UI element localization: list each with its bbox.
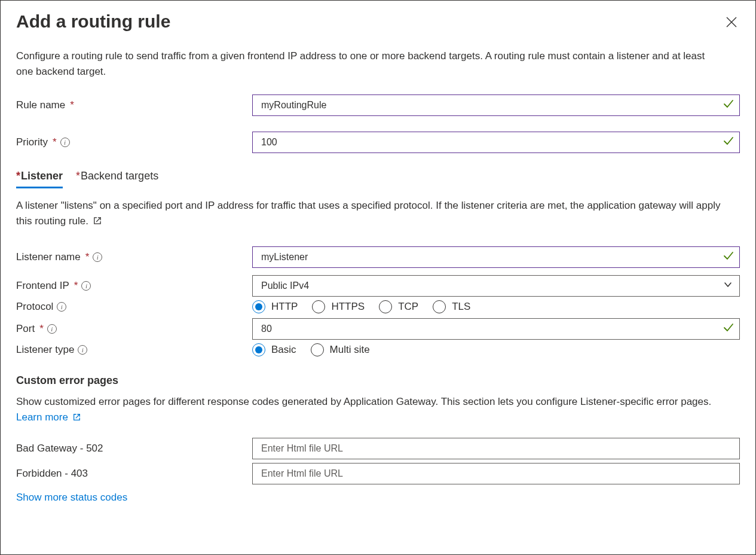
protocol-row: Protocol i HTTP HTTPS TCP TLS (16, 300, 740, 313)
bad-gateway-label: Bad Gateway - 502 (16, 443, 252, 455)
listener-type-multi-radio[interactable]: Multi site (311, 343, 370, 356)
custom-error-heading: Custom error pages (16, 374, 740, 387)
bad-gateway-label-text: Bad Gateway - 502 (16, 443, 103, 455)
radio-icon (252, 343, 265, 356)
listener-description-text: A listener "listens" on a specified port… (16, 200, 720, 227)
chevron-down-icon (724, 280, 732, 291)
listener-name-label-text: Listener name (16, 251, 81, 263)
priority-row: Priority * i (16, 132, 740, 153)
tab-row: *Listener *Backend targets (16, 166, 740, 187)
radio-icon (379, 300, 392, 313)
info-icon[interactable]: i (47, 324, 57, 334)
frontend-ip-row: Frontend IP * i Public IPv4 (16, 275, 740, 297)
panel-header: Add a routing rule (16, 11, 740, 48)
required-asterisk: * (85, 251, 90, 263)
info-icon[interactable]: i (81, 281, 91, 291)
listener-type-multi-label: Multi site (330, 344, 370, 356)
rule-name-input[interactable] (252, 94, 740, 116)
required-asterisk: * (74, 280, 78, 292)
radio-icon (311, 343, 324, 356)
protocol-https-radio[interactable]: HTTPS (312, 300, 365, 313)
radio-icon (433, 300, 446, 313)
show-more-status-codes-link[interactable]: Show more status codes (16, 492, 127, 504)
protocol-tcp-label: TCP (398, 301, 418, 313)
learn-more-link[interactable]: Learn more (16, 411, 81, 423)
tab-backend-label: Backend targets (81, 170, 158, 182)
external-link-icon[interactable] (93, 216, 102, 225)
protocol-label: Protocol i (16, 301, 252, 313)
port-label-text: Port (16, 323, 35, 335)
required-asterisk: * (53, 136, 57, 148)
rule-name-label-text: Rule name (16, 99, 65, 111)
radio-icon (252, 300, 265, 313)
panel-description: Configure a routing rule to send traffic… (16, 48, 721, 79)
listener-type-label: Listener type i (16, 344, 252, 356)
external-link-icon (72, 413, 81, 422)
custom-error-description-text: Show customized error pages for differen… (16, 396, 711, 407)
protocol-label-text: Protocol (16, 301, 53, 313)
forbidden-label: Forbidden - 403 (16, 468, 252, 480)
protocol-tls-radio[interactable]: TLS (433, 300, 470, 313)
required-asterisk: * (76, 170, 80, 182)
priority-label-text: Priority (16, 136, 48, 148)
listener-name-row: Listener name * i (16, 246, 740, 268)
port-input[interactable] (252, 318, 740, 340)
learn-more-text: Learn more (16, 411, 68, 423)
port-row: Port * i (16, 318, 740, 340)
close-button[interactable] (723, 14, 740, 31)
protocol-http-label: HTTP (271, 301, 298, 313)
listener-type-radio-group: Basic Multi site (252, 343, 740, 356)
rule-name-row: Rule name * (16, 94, 740, 116)
listener-type-basic-label: Basic (271, 344, 296, 356)
info-icon[interactable]: i (57, 302, 66, 312)
listener-description: A listener "listens" on a specified port… (16, 198, 727, 228)
bad-gateway-input[interactable] (252, 438, 740, 459)
listener-name-input[interactable] (252, 246, 740, 268)
priority-input[interactable] (252, 132, 740, 153)
protocol-tcp-radio[interactable]: TCP (379, 300, 418, 313)
listener-type-label-text: Listener type (16, 344, 74, 356)
priority-label: Priority * i (16, 136, 252, 148)
listener-name-label: Listener name * i (16, 251, 252, 263)
page-title: Add a routing rule (16, 11, 170, 32)
tab-listener-label: Listener (21, 170, 63, 182)
info-icon[interactable]: i (60, 138, 70, 147)
listener-type-basic-radio[interactable]: Basic (252, 343, 296, 356)
tab-listener[interactable]: *Listener (16, 166, 63, 187)
protocol-tls-label: TLS (452, 301, 470, 313)
forbidden-input[interactable] (252, 463, 740, 484)
custom-error-description: Show customized error pages for differen… (16, 394, 727, 425)
routing-rule-panel: Add a routing rule Configure a routing r… (0, 0, 756, 555)
tab-backend-targets[interactable]: *Backend targets (76, 166, 158, 187)
frontend-ip-select[interactable]: Public IPv4 (252, 275, 740, 297)
rule-name-label: Rule name * (16, 99, 252, 111)
close-icon (726, 17, 737, 28)
forbidden-label-text: Forbidden - 403 (16, 468, 88, 480)
bad-gateway-row: Bad Gateway - 502 (16, 438, 740, 459)
listener-type-row: Listener type i Basic Multi site (16, 343, 740, 356)
port-label: Port * i (16, 323, 252, 335)
info-icon[interactable]: i (78, 345, 87, 355)
frontend-ip-label: Frontend IP * i (16, 280, 252, 292)
forbidden-row: Forbidden - 403 (16, 463, 740, 484)
protocol-http-radio[interactable]: HTTP (252, 300, 298, 313)
info-icon[interactable]: i (93, 252, 102, 262)
protocol-radio-group: HTTP HTTPS TCP TLS (252, 300, 740, 313)
frontend-ip-label-text: Frontend IP (16, 280, 69, 292)
protocol-https-label: HTTPS (331, 301, 365, 313)
required-asterisk: * (16, 170, 20, 182)
radio-icon (312, 300, 325, 313)
frontend-ip-value: Public IPv4 (261, 280, 309, 291)
required-asterisk: * (70, 99, 74, 111)
required-asterisk: * (39, 323, 44, 335)
